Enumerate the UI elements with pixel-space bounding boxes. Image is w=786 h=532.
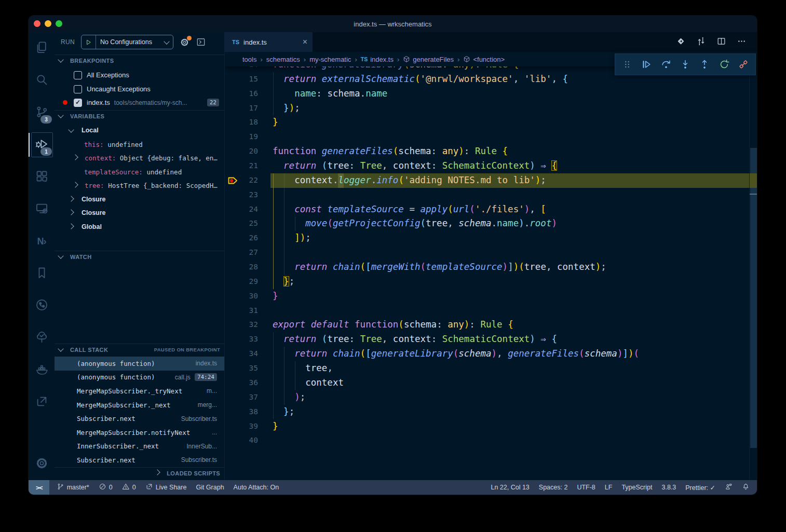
editor-scrollbar[interactable]: [749, 66, 757, 480]
code-line-26[interactable]: 26 ]);: [225, 231, 757, 245]
activity-docker[interactable]: [29, 354, 55, 386]
zoom-window-button[interactable]: [56, 20, 62, 27]
call-stack-frame[interactable]: Subscriber.nextSubscriber.ts: [55, 453, 224, 467]
code-line-18[interactable]: 18}: [225, 115, 757, 130]
activity-test-explorer[interactable]: [29, 322, 55, 354]
call-stack-frame[interactable]: (anonymous function)call.js74:24: [55, 371, 224, 385]
call-stack-frame[interactable]: MergeMapSubscriber._tryNextm...: [55, 384, 224, 398]
code-line-33[interactable]: 33 return (tree: Tree, context: Schemati…: [225, 332, 757, 347]
call-stack-frame[interactable]: Subscriber.nextSubscriber.ts: [55, 412, 224, 426]
call-stack-frame[interactable]: (anonymous function)index.ts: [55, 357, 224, 371]
code-line-36[interactable]: 36 context: [225, 376, 757, 390]
close-tab-icon[interactable]: ×: [303, 37, 307, 47]
configure-gear-button[interactable]: [180, 37, 189, 47]
breadcrumb-item--function-[interactable]: <function>: [463, 56, 505, 63]
code-line-40[interactable]: 40: [225, 433, 757, 448]
scope-local[interactable]: Local: [55, 124, 224, 138]
call-stack-frame[interactable]: MergeMapSubscriber.notifyNext...: [55, 426, 224, 440]
compare-changes-icon[interactable]: [696, 36, 706, 48]
drag-grip-button[interactable]: [619, 57, 635, 72]
code-line-22[interactable]: 22 context.logger.info('adding NOTES.md …: [225, 173, 757, 188]
code-line-38[interactable]: 38 };: [225, 405, 757, 419]
status-prettier-[interactable]: Prettier: ✓: [685, 484, 715, 492]
split-editor-icon[interactable]: [716, 36, 726, 48]
status-0[interactable]: 0: [122, 483, 136, 492]
section-header-breakpoints[interactable]: BREAKPOINTS: [55, 54, 224, 66]
code-line-16[interactable]: 16 name: schema.name: [225, 87, 757, 101]
close-window-button[interactable]: [34, 20, 40, 27]
code-line-20[interactable]: 20function generateFiles(schema: any): R…: [225, 144, 757, 159]
breakpoint-checkbox[interactable]: [74, 71, 82, 79]
status-ln-22-col-13[interactable]: Ln 22, Col 13: [491, 484, 529, 491]
status-typescript[interactable]: TypeScript: [621, 484, 652, 491]
status-git-graph[interactable]: Git Graph: [196, 484, 224, 491]
tab-index-ts[interactable]: TS index.ts ×: [225, 32, 313, 52]
status-bell[interactable]: [742, 483, 750, 492]
code-line-32[interactable]: 32export default function(schema: any): …: [225, 318, 757, 332]
breakpoint-checkbox[interactable]: [74, 85, 82, 93]
activity-git-graph-circle[interactable]: [29, 290, 55, 322]
step-into-button[interactable]: [677, 57, 693, 72]
breadcrumb-item-my-schematic[interactable]: my-schematic: [309, 56, 351, 63]
continue-button[interactable]: [639, 57, 654, 72]
activity-live-share[interactable]: [29, 386, 55, 418]
status-utf-8[interactable]: UTF-8: [577, 484, 595, 491]
code-line-23[interactable]: 23: [225, 188, 757, 202]
code-line-39[interactable]: 39}: [225, 419, 757, 434]
more-actions-icon[interactable]: [737, 36, 747, 48]
status-3-8-3[interactable]: 3.8.3: [661, 484, 676, 491]
minimize-window-button[interactable]: [45, 20, 51, 27]
breadcrumb-item-tools[interactable]: tools: [242, 56, 256, 63]
call-stack-frame[interactable]: MergeMapSubscriber._nextmerg...: [55, 398, 224, 412]
activity-bookmarks[interactable]: [29, 257, 55, 290]
restart-button[interactable]: [716, 57, 732, 72]
code-line-30[interactable]: 30}: [225, 289, 757, 304]
code-line-17[interactable]: 17 });: [225, 101, 757, 116]
status-master-[interactable]: master*: [57, 483, 89, 492]
section-header-variables[interactable]: VARIABLES: [55, 110, 224, 121]
status-live-share[interactable]: Live Share: [145, 483, 187, 492]
activity-run-debug[interactable]: 1: [29, 129, 55, 161]
start-debug-icon[interactable]: [82, 35, 96, 49]
breadcrumb-item-index-ts[interactable]: TSindex.ts: [361, 56, 394, 63]
breakpoint-checkbox[interactable]: ✓: [74, 99, 82, 107]
activity-settings[interactable]: [29, 448, 55, 480]
section-header-call-stack[interactable]: CALL STACKPAUSED ON BREAKPOINT: [55, 344, 224, 355]
activity-search[interactable]: [29, 64, 55, 97]
code-line-28[interactable]: 28 return chain([mergeWith(templateSourc…: [225, 260, 757, 275]
remote-indicator[interactable]: ><: [29, 480, 49, 495]
code-area[interactable]: 14function generateLibrary(schema: any):…: [225, 32, 757, 480]
breakpoint-row-index-ts[interactable]: ✓index.tstools/schematics/my-sch...22: [55, 96, 224, 110]
step-over-button[interactable]: [658, 57, 674, 72]
code-line-19[interactable]: 19: [225, 130, 757, 144]
disconnect-button[interactable]: [736, 57, 751, 72]
status-0[interactable]: 0: [99, 483, 113, 492]
variable-templatesource[interactable]: templateSource: undefined: [55, 165, 224, 179]
open-debug-console-button[interactable]: [196, 37, 206, 47]
open-changes-icon[interactable]: [676, 36, 686, 48]
scrollbar-slider[interactable]: [750, 148, 757, 448]
code-line-35[interactable]: 35 tree,: [225, 361, 757, 376]
code-line-25[interactable]: 25 move(getProjectConfig(tree, schema.na…: [225, 216, 757, 231]
section-header-loaded-scripts[interactable]: LOADED SCRIPTS: [55, 467, 224, 479]
activity-extensions[interactable]: [29, 161, 55, 193]
breakpoint-row-all-exceptions[interactable]: All Exceptions: [55, 68, 224, 82]
activity-explorer[interactable]: [29, 32, 55, 64]
code-line-31[interactable]: 31: [225, 304, 757, 318]
status-lf[interactable]: LF: [605, 484, 613, 491]
code-line-34[interactable]: 34 return chain([generateLibrary(schema)…: [225, 347, 757, 361]
status-feedback[interactable]: [725, 483, 733, 492]
breadcrumb-item-generatefiles[interactable]: generateFiles: [403, 56, 454, 63]
scope-closure[interactable]: Closure: [55, 193, 224, 207]
scope-closure[interactable]: Closure: [55, 206, 224, 220]
code-line-24[interactable]: 24 const templateSource = apply(url('./f…: [225, 202, 757, 217]
status-spaces-2[interactable]: Spaces: 2: [539, 484, 568, 491]
breakpoint-row-uncaught-exceptions[interactable]: Uncaught Exceptions: [55, 82, 224, 96]
step-out-button[interactable]: [697, 57, 712, 72]
code-line-27[interactable]: 27: [225, 245, 757, 260]
activity-source-control[interactable]: 3: [29, 97, 55, 129]
call-stack-frame[interactable]: InnerSubscriber._nextInnerSub...: [55, 440, 224, 454]
breadcrumb-item-schematics[interactable]: schematics: [266, 56, 300, 63]
activity-nx-console[interactable]: N›: [29, 225, 55, 257]
scope-global[interactable]: Global: [55, 220, 224, 234]
